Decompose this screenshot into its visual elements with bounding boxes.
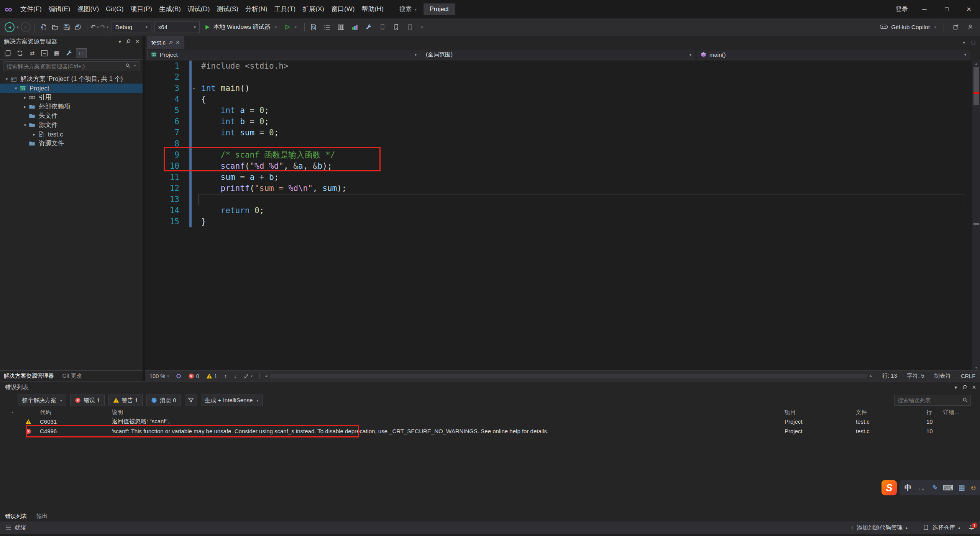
sign-in-button[interactable]: 登录: [888, 5, 913, 13]
ime-emoji-icon[interactable]: ☺: [970, 484, 977, 492]
code-line[interactable]: 15}: [145, 216, 980, 227]
error-row-C4996[interactable]: C4996'scanf': This function or variable …: [0, 426, 980, 436]
fold-margin[interactable]: ▾: [179, 83, 201, 94]
scroll-up-icon[interactable]: ▴: [972, 61, 980, 66]
navigate-back-button[interactable]: ◂: [5, 22, 15, 32]
solution-search-input[interactable]: [3, 61, 140, 71]
fold-margin[interactable]: [179, 205, 201, 216]
code-line[interactable]: 13: [145, 194, 980, 205]
messages-filter-button[interactable]: 消息 0: [146, 395, 181, 406]
line-number[interactable]: 12: [145, 183, 179, 194]
expand-arrow-icon[interactable]: ▸: [21, 104, 29, 109]
start-without-debug-button[interactable]: ▾: [281, 21, 301, 33]
tree-item--[interactable]: ▾源文件: [0, 120, 143, 130]
columns-icon[interactable]: [335, 21, 347, 33]
search-options-caret[interactable]: ▾: [133, 64, 137, 67]
select-repository-button[interactable]: 选择仓库 ▴: [923, 524, 960, 531]
tree-item--[interactable]: ▸引用: [0, 93, 143, 102]
preview-code-icon[interactable]: □: [76, 48, 87, 58]
tree-item-test-c[interactable]: ▸test.c: [0, 130, 143, 139]
menu-extensions[interactable]: 扩展(X): [299, 0, 328, 18]
feedback-icon[interactable]: [965, 21, 976, 33]
list-icon[interactable]: [322, 21, 333, 33]
column-header-4[interactable]: 行: [926, 409, 943, 416]
undo-button[interactable]: ↶: [90, 23, 95, 31]
fold-margin[interactable]: [179, 72, 201, 83]
scrollbar-thumb[interactable]: [973, 67, 979, 105]
ime-mode-chinese[interactable]: 中: [904, 483, 911, 492]
tree-item--[interactable]: ▸外部依赖项: [0, 102, 143, 111]
scope-filter-combo[interactable]: 整个解决方案▾: [18, 395, 66, 406]
notifications-button[interactable]: 1: [969, 524, 975, 531]
error-search-input[interactable]: [894, 395, 971, 406]
prev-bookmark-icon[interactable]: [391, 21, 402, 33]
error-row-C6031[interactable]: C6031返回值被忽略: "scanf"。Projecttest.c10: [0, 417, 980, 426]
fix-issues-button[interactable]: ▾: [243, 373, 253, 379]
menu-file[interactable]: 文件(F): [17, 0, 45, 18]
line-number[interactable]: 9: [145, 150, 179, 161]
line-number[interactable]: 1: [145, 61, 179, 72]
column-header-5[interactable]: 详细…: [943, 409, 980, 416]
code-line[interactable]: 6 int b = 0;: [145, 116, 980, 127]
search-box[interactable]: 搜索 ▾: [392, 4, 420, 15]
window-position-icon[interactable]: ▾: [119, 39, 121, 44]
line-number[interactable]: 7: [145, 127, 179, 138]
code-line[interactable]: 1#include <stdio.h>: [145, 61, 980, 72]
navigate-back-caret[interactable]: ▾: [15, 25, 20, 29]
close-panel-icon[interactable]: ✕: [135, 39, 140, 44]
menu-view[interactable]: 视图(V): [74, 0, 102, 18]
code-line[interactable]: 4{: [145, 94, 980, 105]
expand-arrow-icon[interactable]: ▸: [31, 132, 38, 137]
member-dropdown[interactable]: main() ▾: [697, 50, 970, 59]
save-button[interactable]: [61, 21, 72, 33]
severity-sort-icon[interactable]: ▴: [0, 410, 25, 414]
indent-mode-indicator[interactable]: 制表符: [934, 372, 951, 380]
sidebar-tab-1[interactable]: Git 更改: [62, 372, 82, 380]
github-copilot-button[interactable]: GitHub Copilot ▾: [880, 21, 976, 33]
show-all-files-icon[interactable]: ▦: [51, 48, 62, 58]
line-number[interactable]: 13: [145, 194, 179, 205]
code-line[interactable]: 12 printf("sum = %d\n", sum);: [145, 183, 980, 194]
code-line[interactable]: 2: [145, 72, 980, 83]
wrench-icon[interactable]: [363, 21, 374, 33]
menu-debug[interactable]: 调试(D): [184, 0, 213, 18]
collapse-arrow-icon[interactable]: ▾: [3, 77, 10, 82]
expand-arrow-icon[interactable]: ▸: [21, 95, 29, 100]
fold-margin[interactable]: [179, 94, 201, 105]
column-header-2[interactable]: 项目: [785, 409, 856, 416]
prev-issue-button[interactable]: ↑: [224, 373, 227, 379]
solution-config-combo[interactable]: Debug▾: [112, 21, 151, 33]
tree-item--[interactable]: 资源文件: [0, 139, 143, 148]
sync-active-document-icon[interactable]: [15, 48, 25, 58]
line-number[interactable]: 10: [145, 161, 179, 172]
panel-tab-0[interactable]: 错误列表: [5, 513, 27, 520]
code-editor[interactable]: 1#include <stdio.h>23▾int main()4{5 int …: [145, 61, 980, 370]
line-number[interactable]: 15: [145, 216, 179, 227]
collapse-arrow-icon[interactable]: ▾: [21, 123, 29, 128]
tab-list-chevron-icon[interactable]: ▾: [963, 40, 965, 45]
ime-logo[interactable]: S: [882, 480, 897, 495]
collapse-arrow-icon[interactable]: ▾: [12, 86, 20, 91]
window-position-icon[interactable]: ▾: [955, 385, 957, 390]
code-line[interactable]: 3▾int main(): [145, 83, 980, 94]
menu-project[interactable]: 项目(P): [127, 0, 156, 18]
health-indicator[interactable]: [176, 373, 181, 379]
line-number[interactable]: 6: [145, 116, 179, 127]
tab-test-c[interactable]: test.c ⚲ ✕: [147, 36, 184, 49]
platform-combo[interactable]: x64▾: [154, 21, 200, 33]
line-number[interactable]: 14: [145, 205, 179, 216]
search-icon[interactable]: [125, 63, 131, 68]
project-dropdown[interactable]: Project ▾: [147, 50, 420, 59]
line-number[interactable]: 3: [145, 83, 179, 94]
fold-margin[interactable]: [179, 183, 201, 194]
error-count[interactable]: 0: [188, 373, 199, 379]
menu-tools[interactable]: 工具(T): [271, 0, 299, 18]
fold-margin[interactable]: [179, 172, 201, 183]
line-number[interactable]: 2: [145, 72, 179, 83]
ime-pen-icon[interactable]: ✎: [932, 483, 938, 492]
fold-margin[interactable]: [179, 161, 201, 172]
eol-indicator[interactable]: CRLF: [961, 373, 975, 379]
close-tab-icon[interactable]: ✕: [176, 40, 180, 45]
fold-margin[interactable]: [179, 194, 201, 205]
column-header-3[interactable]: 文件: [856, 409, 926, 416]
